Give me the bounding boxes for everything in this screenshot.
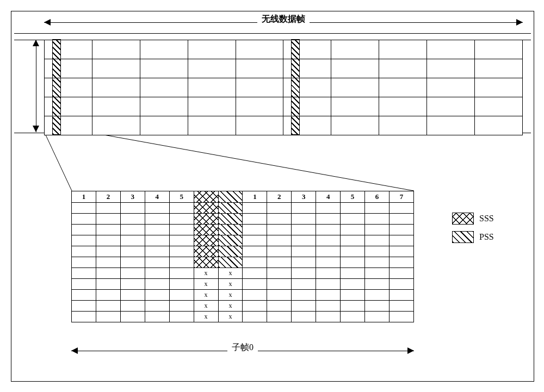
frame-cell bbox=[475, 97, 523, 116]
frame-cell bbox=[236, 40, 283, 59]
zoom-cell bbox=[341, 225, 365, 235]
zoom-cell: x bbox=[218, 279, 243, 290]
zoom-cell bbox=[389, 268, 413, 279]
zoom-cell bbox=[292, 225, 316, 235]
zoom-cell bbox=[120, 225, 145, 235]
zoom-cell: x bbox=[218, 290, 243, 301]
zoom-cell bbox=[120, 279, 145, 290]
zoom-cell bbox=[365, 312, 390, 322]
frame-cell bbox=[427, 59, 475, 78]
zoom-cell bbox=[292, 235, 316, 246]
left-dimension bbox=[30, 40, 41, 132]
zoom-cell bbox=[243, 279, 267, 290]
pss-bar-icon bbox=[291, 39, 300, 135]
zoom-cell bbox=[341, 312, 365, 322]
zoom-header-label: 3 bbox=[302, 192, 306, 201]
zoom-cell bbox=[389, 290, 413, 301]
frame-cell bbox=[379, 40, 427, 59]
zoom-cell bbox=[96, 279, 120, 290]
pss-bar-icon bbox=[52, 39, 61, 135]
zoom-cell bbox=[72, 279, 96, 290]
zoom-cell bbox=[194, 225, 218, 235]
frame-cell bbox=[236, 97, 283, 116]
zoom-header-cell: 3 bbox=[120, 191, 145, 203]
frame-cell bbox=[92, 97, 140, 116]
zoom-cell bbox=[120, 301, 145, 312]
arrow-right-icon bbox=[516, 19, 523, 26]
frame-cell bbox=[92, 59, 140, 78]
zoom-header-cell: 5 bbox=[341, 191, 365, 203]
reserved-x-label: x bbox=[228, 269, 232, 277]
zoom-cell bbox=[218, 214, 243, 225]
zoom-cell bbox=[267, 203, 292, 214]
arrow-down-icon bbox=[33, 126, 39, 132]
zoom-cell: x bbox=[218, 268, 243, 279]
zoom-cell bbox=[341, 290, 365, 301]
frame-cell bbox=[283, 40, 331, 59]
sss-pattern-icon bbox=[452, 213, 474, 225]
zoom-cell bbox=[72, 214, 96, 225]
zoom-header-label: 3 bbox=[131, 192, 135, 201]
frame-cell bbox=[45, 116, 92, 135]
frame-cell bbox=[45, 59, 92, 78]
frame-cell bbox=[188, 78, 236, 97]
zoom-cell bbox=[194, 203, 218, 214]
zoom-cell bbox=[365, 235, 390, 246]
zoom-cell: x bbox=[194, 268, 218, 279]
zoom-cell bbox=[72, 268, 96, 279]
left-dimension-line bbox=[36, 40, 36, 132]
zoom-cell bbox=[292, 203, 316, 214]
frame-cell bbox=[92, 40, 140, 59]
zoom-header-label: 5 bbox=[351, 192, 355, 201]
zoom-header-label: 1 bbox=[82, 192, 86, 201]
radio-frame-table bbox=[44, 40, 523, 135]
zoom-cell bbox=[243, 246, 267, 257]
frame-cell bbox=[475, 116, 523, 135]
zoom-cell bbox=[365, 279, 390, 290]
zoom-cell bbox=[316, 268, 341, 279]
zoom-cell bbox=[145, 203, 169, 214]
legend-row-pss: PSS bbox=[452, 231, 517, 243]
zoom-cell bbox=[194, 214, 218, 225]
frame-cell bbox=[236, 59, 283, 78]
zoom-cell bbox=[292, 214, 316, 225]
zoom-header-cell: 4 bbox=[316, 191, 341, 203]
zoom-cell bbox=[316, 246, 341, 257]
zoom-cell bbox=[145, 225, 169, 235]
zoom-cell bbox=[218, 246, 243, 257]
zoom-cell bbox=[316, 214, 341, 225]
frame-cell bbox=[283, 59, 331, 78]
reserved-x-label: x bbox=[205, 269, 208, 277]
zoom-cell bbox=[389, 235, 413, 246]
frame-cell bbox=[475, 59, 523, 78]
zoom-cell bbox=[72, 203, 96, 214]
zoom-cell bbox=[267, 225, 292, 235]
zoom-header-cell: 5 bbox=[169, 191, 194, 203]
frame-cell bbox=[427, 40, 475, 59]
frame-cell bbox=[331, 97, 379, 116]
zoom-cell bbox=[145, 312, 169, 322]
zoom-header-label: 7 bbox=[400, 192, 404, 201]
zoom-cell: x bbox=[194, 279, 218, 290]
zoom-header-cell: 1 bbox=[243, 191, 267, 203]
pss-pattern-icon bbox=[452, 231, 474, 243]
zoom-cell bbox=[120, 214, 145, 225]
frame-title: 无线数据帧 bbox=[257, 14, 310, 25]
reserved-x-label: x bbox=[205, 302, 208, 309]
zoom-cell bbox=[341, 235, 365, 246]
arrow-left-icon bbox=[44, 19, 51, 26]
frame-cell bbox=[92, 116, 140, 135]
zoom-cell bbox=[169, 235, 194, 246]
zoom-cell bbox=[169, 225, 194, 235]
zoom-header-label: 4 bbox=[155, 192, 159, 201]
frame-cell bbox=[140, 97, 188, 116]
zoom-cell bbox=[316, 257, 341, 268]
zoom-cell bbox=[72, 312, 96, 322]
zoom-cell bbox=[316, 312, 341, 322]
frame-cell bbox=[236, 78, 283, 97]
zoom-cell bbox=[243, 301, 267, 312]
zoom-cell bbox=[169, 246, 194, 257]
arrow-left-icon bbox=[71, 347, 78, 354]
arrow-up-icon bbox=[33, 40, 39, 46]
zoom-cell bbox=[292, 279, 316, 290]
